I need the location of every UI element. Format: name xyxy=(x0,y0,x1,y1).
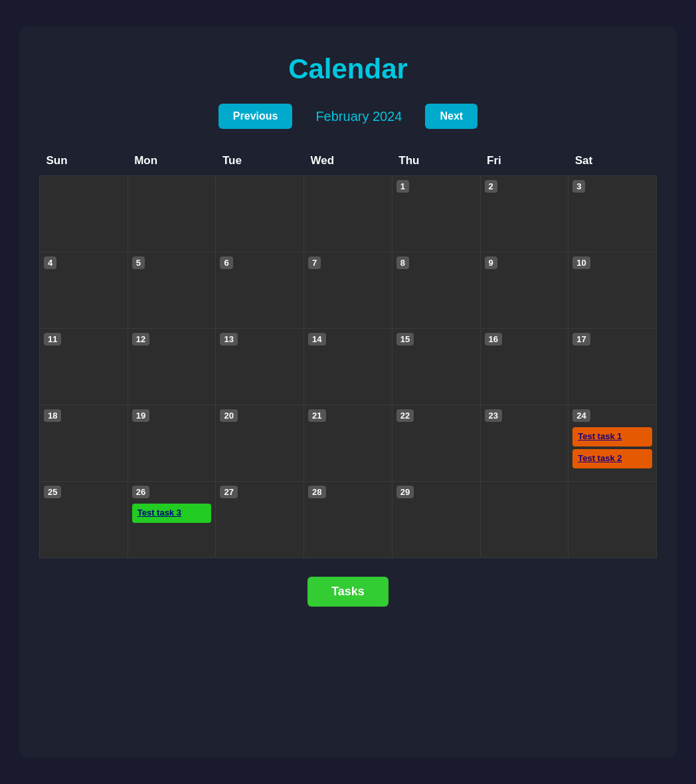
day-cell: 25 xyxy=(40,482,128,558)
day-cell: 10 xyxy=(568,252,657,329)
day-cell: 18 xyxy=(40,405,128,482)
week-row-4: 2526Test task 3272829 xyxy=(40,482,657,558)
day-cell: 19 xyxy=(128,405,216,482)
day-number: 25 xyxy=(44,486,61,498)
day-number: 9 xyxy=(485,256,497,269)
weekday-header: SunMonTueWedThuFriSat xyxy=(40,149,657,176)
day-cell: 24Test task 1Test task 2 xyxy=(568,405,657,482)
calendar-body: 123456789101112131415161718192021222324T… xyxy=(40,176,657,558)
day-cell: 26Test task 3 xyxy=(128,482,216,558)
day-cell: 27 xyxy=(216,482,304,558)
day-cell: 4 xyxy=(40,252,128,329)
day-cell: 6 xyxy=(216,252,304,329)
weekday-mon: Mon xyxy=(128,149,216,176)
day-cell: 22 xyxy=(392,405,480,482)
task-item[interactable]: Test task 1 xyxy=(572,427,652,446)
day-number: 29 xyxy=(396,486,414,498)
app-container: Calendar Previous February 2024 Next Sun… xyxy=(19,27,677,757)
day-cell: 20 xyxy=(216,405,304,482)
day-cell xyxy=(128,176,216,252)
calendar-grid: SunMonTueWedThuFriSat 123456789101112131… xyxy=(39,149,657,558)
weekday-fri: Fri xyxy=(480,149,568,176)
day-cell xyxy=(40,176,128,252)
day-cell: 15 xyxy=(392,329,480,405)
day-number: 12 xyxy=(132,333,149,345)
day-number: 4 xyxy=(44,256,56,269)
day-number: 10 xyxy=(572,256,590,269)
day-number: 14 xyxy=(308,333,325,345)
day-cell xyxy=(304,176,392,252)
day-cell: 3 xyxy=(568,176,657,252)
day-cell: 1 xyxy=(392,176,480,252)
day-cell: 11 xyxy=(40,329,128,405)
day-cell: 21 xyxy=(304,405,392,482)
day-number: 13 xyxy=(220,333,237,345)
day-number: 6 xyxy=(220,256,232,269)
day-cell: 17 xyxy=(568,329,657,405)
week-row-2: 11121314151617 xyxy=(40,329,657,405)
day-number: 5 xyxy=(132,256,145,269)
day-number: 11 xyxy=(44,333,61,345)
day-number: 27 xyxy=(220,486,237,498)
day-number: 8 xyxy=(396,256,409,269)
day-cell xyxy=(568,482,657,558)
day-number: 28 xyxy=(308,486,325,498)
day-number: 20 xyxy=(220,409,237,422)
tasks-button[interactable]: Tasks xyxy=(307,577,389,607)
weekday-sun: Sun xyxy=(40,149,128,176)
day-number: 23 xyxy=(485,409,502,422)
day-cell xyxy=(216,176,304,252)
day-number: 7 xyxy=(308,256,321,269)
day-cell: 28 xyxy=(304,482,392,558)
day-number: 19 xyxy=(132,409,149,422)
weekday-sat: Sat xyxy=(568,149,657,176)
page-title: Calendar xyxy=(288,53,408,85)
day-number: 17 xyxy=(572,333,590,345)
day-number: 21 xyxy=(308,409,325,422)
day-cell: 14 xyxy=(304,329,392,405)
day-number: 22 xyxy=(396,409,414,422)
weekday-tue: Tue xyxy=(216,149,304,176)
day-cell: 29 xyxy=(392,482,480,558)
day-cell: 13 xyxy=(216,329,304,405)
day-cell: 9 xyxy=(480,252,568,329)
nav-row: Previous February 2024 Next xyxy=(218,104,478,129)
task-item[interactable]: Test task 3 xyxy=(132,504,212,523)
month-label: February 2024 xyxy=(305,109,412,124)
day-cell: 2 xyxy=(480,176,568,252)
day-cell: 8 xyxy=(392,252,480,329)
day-cell: 7 xyxy=(304,252,392,329)
weekday-wed: Wed xyxy=(304,149,392,176)
day-number: 24 xyxy=(572,409,590,422)
day-cell: 12 xyxy=(128,329,216,405)
day-cell: 23 xyxy=(480,405,568,482)
week-row-1: 45678910 xyxy=(40,252,657,329)
day-cell xyxy=(480,482,568,558)
week-row-3: 18192021222324Test task 1Test task 2 xyxy=(40,405,657,482)
day-number: 15 xyxy=(396,333,414,345)
day-number: 16 xyxy=(485,333,502,345)
day-cell: 5 xyxy=(128,252,216,329)
day-number: 26 xyxy=(132,486,149,498)
next-button[interactable]: Next xyxy=(425,104,478,129)
day-number: 3 xyxy=(572,180,585,193)
prev-button[interactable]: Previous xyxy=(218,104,293,129)
task-item[interactable]: Test task 2 xyxy=(572,449,652,468)
week-row-0: 123 xyxy=(40,176,657,252)
day-number: 2 xyxy=(485,180,497,193)
day-number: 1 xyxy=(396,180,409,193)
day-cell: 16 xyxy=(480,329,568,405)
day-number: 18 xyxy=(44,409,61,422)
weekday-thu: Thu xyxy=(392,149,480,176)
